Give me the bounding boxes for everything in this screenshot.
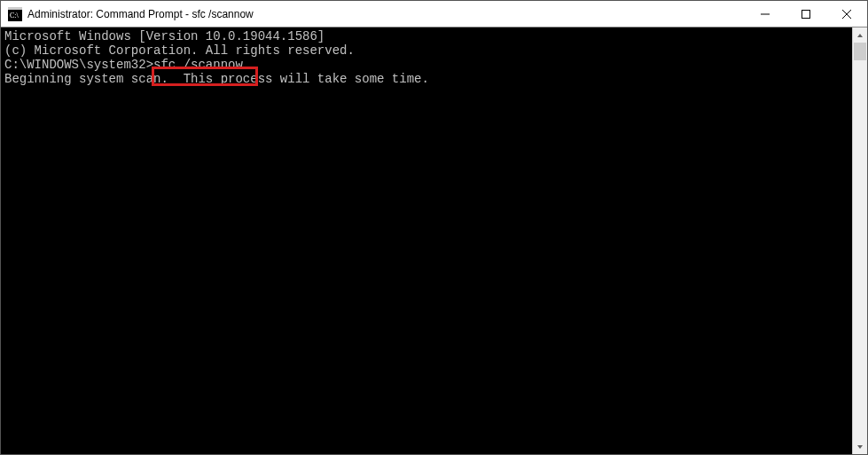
- svg-rect-4: [802, 10, 810, 18]
- titlebar[interactable]: C:\ Administrator: Command Prompt - sfc …: [1, 1, 867, 27]
- minimize-button[interactable]: [745, 1, 786, 27]
- window-controls: [745, 1, 867, 27]
- cmd-icon: C:\: [8, 7, 22, 21]
- svg-marker-7: [857, 34, 863, 37]
- typed-command: sfc /scannow: [153, 58, 243, 72]
- console-output[interactable]: Microsoft Windows [Version 10.0.19044.15…: [1, 27, 852, 454]
- vertical-scrollbar[interactable]: [852, 27, 867, 454]
- close-button[interactable]: [826, 1, 867, 27]
- scroll-thumb[interactable]: [854, 43, 866, 60]
- scroll-down-button[interactable]: [853, 439, 867, 454]
- output-line: Microsoft Windows [Version 10.0.19044.15…: [4, 29, 848, 43]
- svg-text:C:\: C:\: [10, 12, 20, 20]
- output-line: Beginning system scan. This process will…: [4, 72, 848, 86]
- command-prompt-window: C:\ Administrator: Command Prompt - sfc …: [0, 0, 868, 455]
- prompt-path: C:\WINDOWS\system32>: [4, 58, 153, 72]
- client-area: Microsoft Windows [Version 10.0.19044.15…: [1, 27, 867, 454]
- scroll-track[interactable]: [853, 43, 867, 439]
- svg-rect-1: [8, 7, 22, 10]
- scroll-up-button[interactable]: [853, 27, 867, 43]
- window-title: Administrator: Command Prompt - sfc /sca…: [27, 8, 745, 20]
- prompt-line: C:\WINDOWS\system32>sfc /scannow: [4, 58, 848, 72]
- maximize-button[interactable]: [786, 1, 826, 27]
- svg-marker-8: [857, 445, 863, 449]
- output-line: (c) Microsoft Corporation. All rights re…: [4, 43, 848, 58]
